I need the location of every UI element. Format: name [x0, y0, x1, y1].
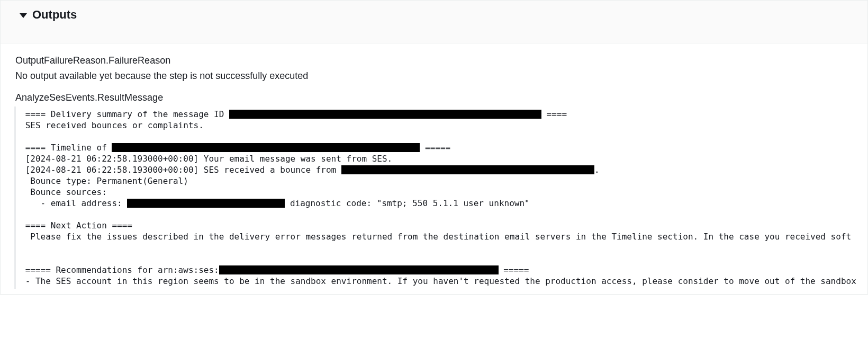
line: Bounce sources:	[20, 187, 107, 197]
line: =====	[499, 265, 529, 275]
line	[20, 209, 25, 219]
output-failure-message: No output available yet because the step…	[15, 70, 857, 82]
result-message-scroll[interactable]: ==== Delivery summary of the message ID …	[14, 107, 857, 289]
outputs-title: Outputs	[32, 8, 77, 22]
line: Bounce type: Permanent(General)	[20, 176, 188, 186]
redacted-message-id	[229, 110, 541, 119]
line: [2024-08-21 06:22:58.193000+00:00] Your …	[20, 154, 392, 164]
redacted-arn	[219, 265, 499, 274]
redacted-timeline-id	[112, 143, 420, 152]
output-result-key: AnalyzeSesEvents.ResultMessage	[15, 92, 857, 103]
line: SES received bounces or complaints.	[20, 120, 204, 130]
line: =====	[420, 143, 450, 153]
line: ===== Recommendations for arn:aws:ses:	[20, 265, 219, 275]
line: [2024-08-21 06:22:58.193000+00:00] SES r…	[20, 165, 341, 175]
line: ==== Next Action ====	[20, 220, 132, 230]
line: ==== Timeline of	[20, 143, 112, 153]
outputs-header[interactable]: Outputs	[1, 1, 867, 43]
outputs-body: OutputFailureReason.FailureReason No out…	[1, 43, 867, 294]
line: .	[594, 165, 600, 175]
line	[20, 254, 25, 264]
line	[20, 243, 25, 253]
line: ==== Delivery summary of the message ID	[20, 109, 229, 119]
line: ====	[541, 109, 567, 119]
output-failure-key: OutputFailureReason.FailureReason	[15, 55, 857, 66]
line	[20, 131, 25, 141]
line: - The SES account in this region seems t…	[20, 276, 857, 286]
result-message-pre: ==== Delivery summary of the message ID …	[20, 109, 857, 287]
line: - email address:	[20, 198, 127, 208]
redacted-email-address	[127, 199, 285, 208]
redacted-bounce-source	[341, 165, 594, 174]
line: diagnostic code: "smtp; 550 5.1.1 user u…	[285, 198, 529, 208]
line: Please fix the issues described in the d…	[20, 232, 857, 242]
outputs-panel: Outputs OutputFailureReason.FailureReaso…	[0, 0, 868, 295]
caret-down-icon	[20, 13, 27, 18]
